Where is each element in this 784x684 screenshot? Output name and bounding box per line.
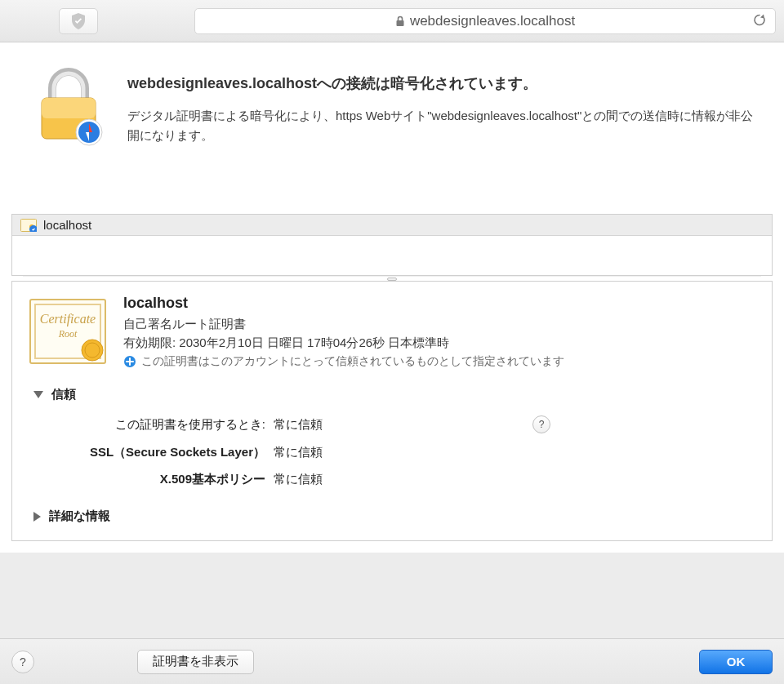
svg-rect-0 xyxy=(396,20,403,26)
details-section-toggle[interactable]: 詳細な情報 xyxy=(33,509,755,524)
certificate-small-icon xyxy=(20,219,37,232)
certificate-chain-item[interactable]: localhost xyxy=(12,215,772,236)
trust-help-button[interactable]: ? xyxy=(532,415,550,433)
disclosure-triangle-right-icon xyxy=(33,512,41,522)
dialog-header: webdesignleaves.localhostへの接続は暗号化されています。… xyxy=(0,42,784,214)
lock-icon xyxy=(395,16,405,27)
hide-certificate-button[interactable]: 証明書を非表示 xyxy=(137,650,254,674)
hide-certificate-label: 証明書を非表示 xyxy=(153,654,238,669)
padlock-illustration xyxy=(28,67,109,149)
details-section-label: 詳細な情報 xyxy=(49,509,110,524)
when-using-label: この証明書を使用するとき: xyxy=(29,417,274,433)
trust-section-label: 信頼 xyxy=(51,387,76,402)
help-button[interactable]: ? xyxy=(11,651,34,673)
when-using-value[interactable]: 常に信頼 xyxy=(274,417,528,433)
reload-button[interactable] xyxy=(752,12,767,29)
browser-toolbar: webdesignleaves.localhost xyxy=(0,0,784,42)
ssl-label: SSL（Secure Sockets Layer） xyxy=(29,445,274,460)
certificate-large-icon: Certificate Root xyxy=(29,295,107,375)
address-bar[interactable]: webdesignleaves.localhost xyxy=(194,8,776,34)
certificate-chain-empty-area xyxy=(12,236,772,275)
certificate-chain-item-label: localhost xyxy=(43,218,91,232)
ok-button-label: OK xyxy=(727,655,746,668)
certificate-expiry: 有効期限: 2030年2月10日 日曜日 17時04分26秒 日本標準時 xyxy=(123,335,564,351)
reload-icon xyxy=(752,12,767,27)
x509-value[interactable]: 常に信頼 xyxy=(274,472,528,487)
certificate-type: 自己署名ルート証明書 xyxy=(123,317,564,332)
address-bar-domain: webdesignleaves.localhost xyxy=(410,13,575,29)
svg-rect-2 xyxy=(42,98,96,118)
certificate-name: localhost xyxy=(123,295,564,312)
trust-section-toggle[interactable]: 信頼 xyxy=(33,387,755,402)
disclosure-triangle-down-icon xyxy=(33,391,43,398)
svg-text:Root: Root xyxy=(58,328,78,340)
padlock-safari-icon xyxy=(32,67,105,149)
certificate-detail-panel: Certificate Root localhost 自己署名ルート証明書 有効… xyxy=(11,281,773,541)
certificate-chain-list: localhost xyxy=(11,214,773,276)
ssl-value[interactable]: 常に信頼 xyxy=(274,445,528,460)
shield-icon xyxy=(70,12,87,30)
dialog-title: webdesignleaves.localhostへの接続は暗号化されています。 xyxy=(127,73,756,93)
certificate-dialog: webdesignleaves.localhostへの接続は暗号化されています。… xyxy=(0,42,784,553)
dialog-footer: ? 証明書を非表示 OK xyxy=(0,638,784,684)
privacy-report-button[interactable] xyxy=(59,8,98,34)
dialog-description: デジタル証明書による暗号化により、https Webサイト"webdesignl… xyxy=(127,106,756,145)
ok-button[interactable]: OK xyxy=(699,650,773,674)
x509-label: X.509基本ポリシー xyxy=(29,472,274,487)
plus-circle-icon xyxy=(123,355,136,368)
certificate-trust-message: この証明書はこのアカウントにとって信頼されているものとして指定されています xyxy=(141,354,564,369)
svg-text:Certificate: Certificate xyxy=(40,312,96,326)
